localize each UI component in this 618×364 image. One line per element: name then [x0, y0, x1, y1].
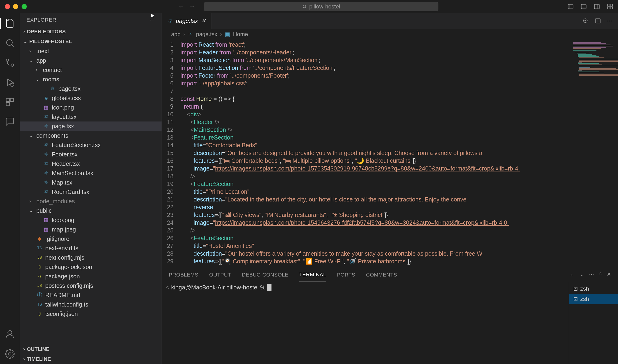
search-tab[interactable]: [4, 38, 15, 48]
toggle-panel-icon[interactable]: [580, 3, 587, 10]
file-item[interactable]: TSnext-env.d.ts: [20, 244, 162, 253]
breadcrumb-segment[interactable]: app: [171, 31, 180, 38]
file-item[interactable]: ⚛FeatureSection.tsx: [20, 140, 162, 150]
maximize-window-button[interactable]: [22, 4, 27, 9]
folder-item[interactable]: ›.next: [20, 46, 162, 56]
file-item[interactable]: ▦icon.png: [20, 103, 162, 112]
tree-item-label: layout.tsx: [52, 114, 77, 120]
titlebar: ← → pillow-hostel: [0, 0, 618, 13]
breadcrumb[interactable]: app › ⚛ page.tsx › ▣ Home: [162, 29, 618, 40]
file-item[interactable]: ▦logo.png: [20, 215, 162, 225]
file-icon: TS: [36, 246, 43, 250]
layout-icons: [567, 3, 613, 10]
file-item[interactable]: ⚛page.tsx: [20, 84, 162, 93]
compare-changes-icon[interactable]: [582, 18, 589, 24]
file-item[interactable]: #globals.css: [20, 93, 162, 103]
folder-item[interactable]: ›contact: [20, 65, 162, 75]
file-item[interactable]: {}tsconfig.json: [20, 309, 162, 318]
breadcrumb-segment[interactable]: Home: [233, 31, 248, 38]
terminal-list-item[interactable]: ⊡zsh: [569, 294, 618, 304]
code-content[interactable]: import React from 'react';import Header …: [180, 40, 618, 268]
folder-item[interactable]: ⌄rooms: [20, 75, 162, 84]
new-terminal-icon[interactable]: ＋: [569, 271, 574, 278]
file-item[interactable]: ⚛page.tsx: [20, 121, 162, 131]
editor-more-icon[interactable]: ⋯: [607, 18, 612, 24]
svg-point-12: [7, 40, 13, 46]
file-item[interactable]: {}package.json: [20, 272, 162, 281]
file-item[interactable]: ⚛layout.tsx: [20, 112, 162, 121]
customize-layout-icon[interactable]: [607, 3, 613, 10]
breadcrumb-segment[interactable]: page.tsx: [196, 31, 217, 38]
terminal-profiles-icon[interactable]: ⌄: [579, 271, 584, 278]
file-icon: ▦: [43, 217, 50, 223]
panel-tab-debug-console[interactable]: DEBUG CONSOLE: [242, 269, 288, 281]
maximize-panel-icon[interactable]: ^: [599, 271, 602, 278]
explorer-more-icon[interactable]: ⋯: [150, 17, 155, 23]
nav-back-button[interactable]: ←: [178, 3, 184, 10]
panel-tab-ports[interactable]: PORTS: [337, 269, 355, 281]
accounts-icon[interactable]: [4, 329, 15, 340]
symbol-icon: ▣: [225, 31, 230, 38]
code-editor[interactable]: 1234567891011121314151617181920212223242…: [162, 40, 618, 268]
svg-line-1: [306, 7, 306, 8]
panel-tab-problems[interactable]: PROBLEMS: [169, 269, 198, 281]
file-item[interactable]: ⚛RoomCard.tsx: [20, 187, 162, 196]
folder-item[interactable]: ⌄app: [20, 56, 162, 65]
file-item[interactable]: ⚛Header.tsx: [20, 159, 162, 169]
folder-item[interactable]: ›node_modules: [20, 196, 162, 206]
file-item[interactable]: ⚛Footer.tsx: [20, 150, 162, 159]
file-icon: JS: [36, 284, 43, 288]
svg-rect-18: [6, 98, 9, 102]
command-center-search[interactable]: pillow-hostel: [204, 2, 438, 11]
file-item[interactable]: ⚛Map.tsx: [20, 178, 162, 187]
file-item[interactable]: ⚛MainSection.tsx: [20, 169, 162, 178]
minimap[interactable]: [571, 40, 618, 268]
file-item[interactable]: TStailwind.config.ts: [20, 300, 162, 309]
panel-more-icon[interactable]: ⋯: [589, 271, 594, 278]
tree-item-label: RoomCard.tsx: [52, 189, 89, 195]
panel-tab-comments[interactable]: COMMENTS: [366, 269, 397, 281]
chevron-right-icon: ›: [183, 31, 185, 38]
close-panel-icon[interactable]: ✕: [607, 271, 611, 278]
svg-rect-6: [594, 4, 599, 9]
extensions-tab[interactable]: [4, 97, 15, 107]
react-icon: ⚛: [167, 18, 173, 24]
svg-rect-11: [610, 7, 612, 9]
terminal[interactable]: ○ kinga@MacBook-Air pillow-hostel % ▊: [162, 282, 569, 364]
open-editors-section[interactable]: ›OPEN EDITORS: [20, 27, 162, 37]
file-icon: ⚛: [50, 86, 56, 92]
timeline-section[interactable]: ›TIMELINE: [20, 354, 162, 364]
split-editor-icon[interactable]: [594, 18, 601, 24]
file-item[interactable]: JSnext.config.mjs: [20, 253, 162, 262]
source-control-tab[interactable]: [4, 57, 15, 68]
panel-tab-output[interactable]: OUTPUT: [209, 269, 231, 281]
explorer-tab[interactable]: [4, 18, 15, 29]
terminal-list-item[interactable]: ⊡zsh: [569, 284, 618, 294]
file-icon: ◆: [36, 236, 43, 242]
panel-tab-terminal[interactable]: TERMINAL: [299, 268, 326, 281]
file-item[interactable]: ◆.gitignore: [20, 234, 162, 244]
toggle-primary-sidebar-icon[interactable]: [567, 3, 574, 10]
tab-page-tsx[interactable]: ⚛ page.tsx ✕: [162, 13, 211, 29]
folder-item[interactable]: ⌄public: [20, 206, 162, 215]
run-debug-tab[interactable]: [4, 77, 15, 88]
svg-rect-4: [581, 4, 586, 9]
project-section[interactable]: ⌄PILLOW-HOSTEL: [20, 37, 162, 46]
close-window-button[interactable]: [5, 4, 10, 9]
file-item[interactable]: JSpostcss.config.mjs: [20, 281, 162, 290]
settings-gear-icon[interactable]: [4, 349, 15, 359]
chat-tab[interactable]: [4, 116, 15, 127]
minimize-window-button[interactable]: [13, 4, 18, 9]
outline-section[interactable]: ›OUTLINE: [20, 344, 162, 354]
file-item[interactable]: ⓘREADME.md: [20, 290, 162, 300]
file-icon: ⚛: [43, 170, 50, 176]
tab-close-icon[interactable]: ✕: [201, 18, 206, 24]
toggle-secondary-sidebar-icon[interactable]: [594, 3, 600, 10]
folder-item[interactable]: ⌄components: [20, 131, 162, 140]
file-icon: TS: [36, 302, 43, 307]
svg-rect-10: [608, 7, 610, 9]
nav-forward-button[interactable]: →: [189, 3, 195, 10]
file-item[interactable]: {}package-lock.json: [20, 262, 162, 272]
tree-item-label: rooms: [43, 76, 59, 83]
file-item[interactable]: ▦map.jpeg: [20, 225, 162, 234]
